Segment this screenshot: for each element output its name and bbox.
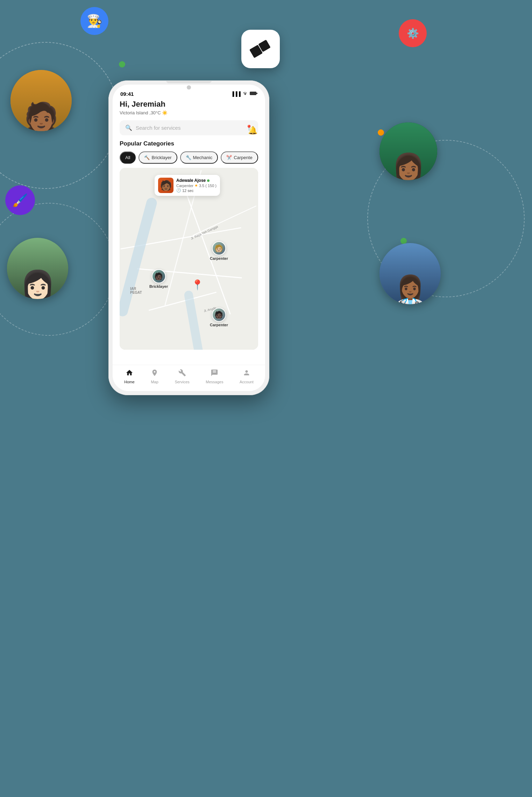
time: 09:41 bbox=[120, 91, 134, 97]
map-nav-icon bbox=[151, 369, 158, 379]
profile-woman-darkhair: 👩🏻 bbox=[7, 238, 68, 299]
profile-woman-headwrap: 👩🏾 bbox=[380, 122, 437, 180]
category-bricklayer[interactable]: 🔨 Bricklayer bbox=[139, 151, 177, 164]
category-all[interactable]: All bbox=[120, 151, 136, 164]
wifi-icon bbox=[242, 91, 248, 97]
nav-messages-label: Messages bbox=[206, 380, 223, 384]
green-dot-1 bbox=[119, 61, 125, 67]
map-card-rating: Carpenter ★ 3.5 (150) bbox=[176, 183, 217, 188]
search-icon: 🔍 bbox=[125, 124, 132, 131]
carpenter-label-1: Carpenter bbox=[210, 256, 228, 261]
nav-services[interactable]: Services bbox=[175, 369, 190, 384]
bricklayer-icon: 🔨 bbox=[144, 155, 150, 160]
carpenter-marker-2[interactable]: 🧑🏿 Carpenter bbox=[210, 308, 228, 327]
star-icon: ★ bbox=[194, 183, 198, 188]
category-mechanic[interactable]: 🔧 Mechanic bbox=[180, 151, 218, 164]
account-icon bbox=[243, 369, 250, 379]
notification-bell[interactable]: 🔔 bbox=[248, 126, 257, 135]
services-icon bbox=[178, 369, 186, 379]
categories-title: Popular Categories bbox=[120, 140, 258, 147]
bricklayer-label: Bricklayer bbox=[149, 284, 168, 289]
categories-list: All 🔨 Bricklayer 🔧 Mechanic ✂️ Carpente bbox=[120, 151, 258, 164]
orange-dot bbox=[378, 129, 384, 136]
map-view[interactable]: Jl. Raya Yeh Gangga Jl. Anydir IARPEGAT … bbox=[120, 168, 258, 350]
clock-icon: 🕐 bbox=[176, 188, 181, 193]
nav-account[interactable]: Account bbox=[240, 369, 254, 384]
carpenter-label-2: Carpenter bbox=[210, 323, 228, 327]
carpenter-icon: ✂️ bbox=[226, 155, 232, 160]
battery-icon bbox=[250, 91, 257, 97]
carpenter-marker-1[interactable]: 🧑🏼 Carpenter bbox=[210, 241, 228, 261]
nav-home-label: Home bbox=[124, 380, 134, 384]
nav-map[interactable]: Map bbox=[151, 369, 158, 384]
online-status-dot bbox=[207, 179, 210, 182]
carpenter-avatar-2: 🧑🏿 bbox=[212, 308, 226, 322]
chef-float-icon: 👨‍🍳 bbox=[80, 7, 108, 35]
place-name: IARPEGAT bbox=[130, 287, 142, 294]
bricklayer-marker[interactable]: 🧑🏿 Bricklayer bbox=[149, 269, 168, 289]
nav-messages[interactable]: Messages bbox=[206, 369, 223, 384]
center-pin: 📍 bbox=[191, 279, 204, 291]
svg-rect-4 bbox=[256, 93, 257, 94]
phone-mockup: 09:41 ▐▐▐ Hi, Jeremiah Victoria Island ,… bbox=[108, 80, 269, 745]
nav-home[interactable]: Home bbox=[124, 369, 134, 384]
map-card-avatar: 🧑🏾 bbox=[158, 178, 173, 193]
greeting-text: Hi, Jeremiah bbox=[120, 100, 258, 109]
bottom-navigation: Home Map Services bbox=[113, 365, 265, 391]
nav-account-label: Account bbox=[240, 380, 254, 384]
nav-services-label: Services bbox=[175, 380, 190, 384]
map-service-card[interactable]: 🧑🏾 Adewale Ajose Carpenter ★ bbox=[155, 175, 220, 196]
mechanic-icon: 🔧 bbox=[186, 155, 191, 160]
map-card-info: Adewale Ajose Carpenter ★ 3.5 (150) bbox=[176, 178, 217, 193]
signal-icon: ▐▐▐ bbox=[231, 91, 241, 97]
profile-woman-doctor: 👩🏾‍⚕️ bbox=[380, 243, 441, 304]
svg-rect-3 bbox=[250, 92, 255, 95]
bricklayer-avatar: 🧑🏿 bbox=[152, 269, 166, 283]
location-text: Victoria Island ,30°C ☀️ bbox=[120, 110, 258, 115]
carpenter-avatar-1: 🧑🏼 bbox=[212, 241, 226, 255]
app-logo bbox=[241, 30, 280, 68]
home-icon bbox=[126, 369, 133, 379]
messages-icon bbox=[211, 369, 218, 379]
nav-map-label: Map bbox=[151, 380, 158, 384]
profession-label: Carpenter bbox=[176, 184, 193, 188]
profile-craftsman: 🧑🏾 bbox=[10, 70, 72, 131]
search-placeholder: Search for services bbox=[136, 125, 242, 131]
map-card-name: Adewale Ajose bbox=[176, 178, 217, 183]
painter-float-icon: 🖌️ bbox=[5, 185, 35, 215]
search-bar[interactable]: 🔍 Search for services 📍 bbox=[120, 120, 258, 135]
map-card-time: 🕐 12 sec bbox=[176, 188, 217, 193]
worker-float-icon: ⚙️ bbox=[399, 19, 427, 47]
category-carpenter[interactable]: ✂️ Carpente bbox=[221, 151, 258, 164]
